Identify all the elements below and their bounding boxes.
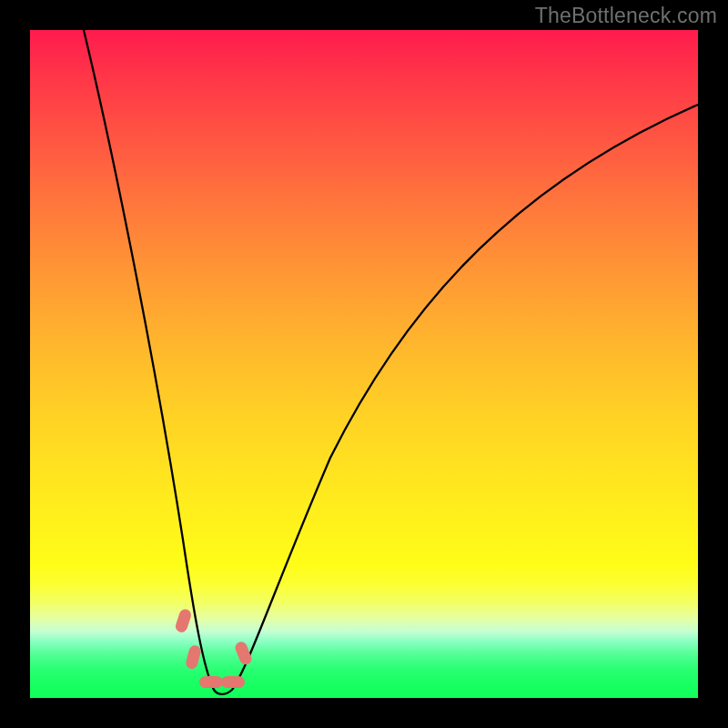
marker-group: [174, 608, 253, 688]
marker-dot: [174, 608, 192, 634]
bottleneck-curve: [84, 30, 698, 694]
chart-frame: TheBottleneck.com: [0, 0, 728, 728]
curve-layer: [30, 30, 698, 698]
marker-dot: [199, 676, 223, 688]
marker-dot: [185, 644, 202, 670]
watermark-text: TheBottleneck.com: [535, 4, 717, 28]
plot-area: [30, 30, 698, 698]
marker-dot: [221, 676, 245, 688]
